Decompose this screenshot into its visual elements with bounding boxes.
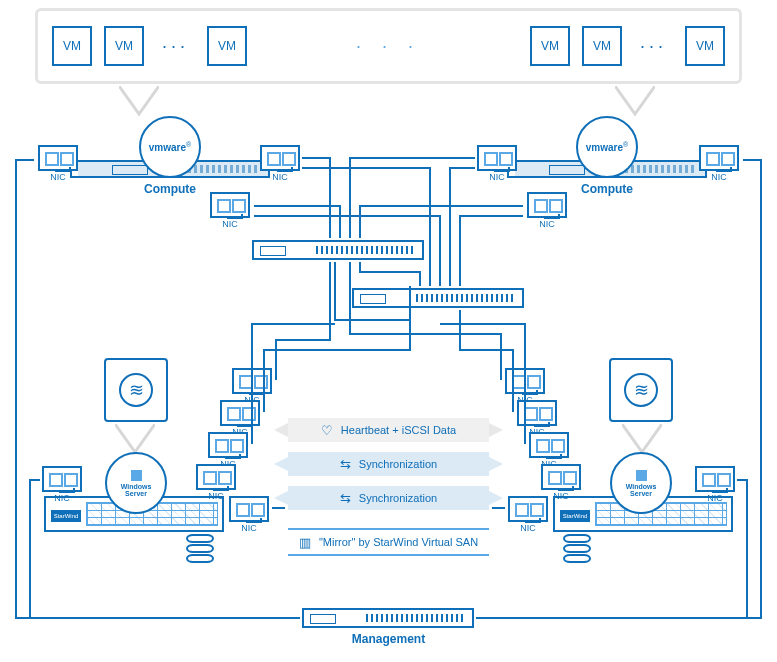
ellipsis-icon: · · · <box>247 36 530 57</box>
nic-card: NIC <box>699 145 739 182</box>
chevron-down-icon <box>615 86 655 116</box>
vm-box: VM <box>685 26 725 66</box>
chevron-down-icon <box>622 424 662 454</box>
vm-box: VM <box>530 26 570 66</box>
heartbeat-bar: ♡ Heartbeat + iSCSI Data <box>288 418 489 442</box>
vm-box: VM <box>104 26 144 66</box>
heartbeat-label: Heartbeat + iSCSI Data <box>341 424 456 436</box>
vmware-badge: vmware® <box>576 116 638 178</box>
heart-icon: ♡ <box>321 423 333 438</box>
nic-card: NIC <box>527 192 567 229</box>
architecture-diagram: VM VM ··· VM · · · VM VM ··· VM vmware® … <box>0 0 777 662</box>
compute-node-left: vmware® Compute <box>70 160 270 196</box>
vm-box: VM <box>207 26 247 66</box>
sync-label: Synchronization <box>359 458 437 470</box>
network-switch-icon <box>252 240 424 260</box>
vm-group-right: VM VM ··· VM <box>530 26 725 66</box>
nic-card: NIC <box>477 145 517 182</box>
vm-box: VM <box>582 26 622 66</box>
windows-icon <box>636 470 647 481</box>
mirror-icon: ▥ <box>299 535 311 550</box>
nic-card: NIC <box>38 145 78 182</box>
sync-bar: ⇆ Synchronization <box>288 452 489 476</box>
replication-icon: ≋ <box>609 358 673 422</box>
sync-icon: ⇆ <box>340 491 351 506</box>
compute-label: Compute <box>144 182 196 196</box>
network-lines <box>0 0 777 662</box>
chevron-down-icon <box>119 86 159 116</box>
replication-icon: ≋ <box>104 358 168 422</box>
chevron-down-icon <box>115 424 155 454</box>
sync-bar: ⇆ Synchronization <box>288 486 489 510</box>
database-icon <box>186 534 214 563</box>
nic-card: NIC <box>508 496 548 533</box>
mirror-bar: ▥ "Mirror" by StarWind Virtual SAN <box>288 528 489 556</box>
nic-card: NIC <box>260 145 300 182</box>
management-label: Management <box>0 632 777 646</box>
ellipsis-icon: ··· <box>156 36 195 57</box>
nic-card: NIC <box>210 192 250 229</box>
ellipsis-icon: ··· <box>634 36 673 57</box>
wave-icon: ≋ <box>119 373 153 407</box>
wave-icon: ≋ <box>624 373 658 407</box>
vmware-badge: vmware® <box>139 116 201 178</box>
mirror-label: "Mirror" by StarWind Virtual SAN <box>319 536 478 548</box>
database-icon <box>563 534 591 563</box>
network-switch-icon <box>352 288 524 308</box>
vm-cloud: VM VM ··· VM · · · VM VM ··· VM <box>35 8 742 84</box>
windows-server-badge: WindowsServer <box>610 452 672 514</box>
nic-card: NIC <box>42 466 82 503</box>
vm-group-left: VM VM ··· VM <box>52 26 247 66</box>
windows-icon <box>131 470 142 481</box>
sync-label: Synchronization <box>359 492 437 504</box>
vm-box: VM <box>52 26 92 66</box>
compute-node-right: vmware® Compute <box>507 160 707 196</box>
sync-icon: ⇆ <box>340 457 351 472</box>
nic-card: NIC <box>695 466 735 503</box>
management-switch-icon <box>302 608 474 628</box>
compute-label: Compute <box>581 182 633 196</box>
nic-card: NIC <box>229 496 269 533</box>
windows-server-badge: WindowsServer <box>105 452 167 514</box>
